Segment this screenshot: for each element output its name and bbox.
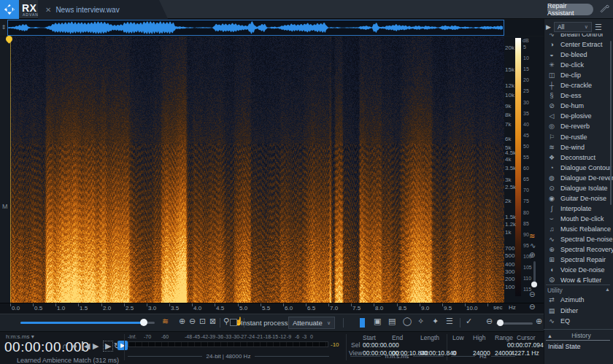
module-item-interpolate[interactable]: ∫Interpolate [547,204,612,214]
magnifier-tool-icon[interactable]: ⚲ [223,317,229,326]
level-meter[interactable] [128,341,328,347]
time-frequency-selection-tool-icon[interactable]: ▣ [374,317,381,326]
module-item-wow-flutter[interactable]: ☮Wow & Flutter [547,275,612,283]
utility-divider [546,284,610,285]
module-item-de-clip[interactable]: ◫De-clip [547,70,612,80]
module-list-scrollbar[interactable] [610,41,612,205]
waveform-view-icon[interactable]: ∿ [530,241,536,249]
h-zoom-out-icon[interactable]: ⊖ [486,317,493,326]
loop-playback-icon[interactable]: ▶ [117,341,128,350]
module-item-label: De-reverb [560,123,590,130]
repair-assistant-button[interactable]: Repair Assistant [547,4,593,15]
tab-close-icon[interactable]: ✕ [45,6,51,14]
module-item-de-plosive[interactable]: ◁De-plosive [547,111,612,121]
module-item-de-rustle[interactable]: ⚐De-rustle [547,132,612,142]
module-item-de-bleed[interactable]: ◒De-bleed [547,50,612,60]
module-item-de-hum[interactable]: ⊘De-hum [547,101,612,111]
time-tickline-7.5 [351,303,352,306]
db-tick-55: 55 [523,155,529,160]
overview-waveform[interactable] [7,20,504,36]
meter-label-0: 0 [310,334,313,339]
lasso-tool-icon[interactable]: ◯ [403,317,412,326]
module-item-de-click[interactable]: ✳De-click [547,60,612,70]
zoom-selection-icon[interactable]: ⊡ [199,317,206,326]
module-filter-select[interactable]: All ∨ [554,22,592,32]
play-selection-icon[interactable]: ▶ [103,341,113,352]
time-tickline-10.0 [465,303,466,306]
de-reverb-icon: ◎ [547,123,556,130]
zoom-in-icon[interactable]: ⊕ [179,317,185,326]
de-wind-icon: ≋ [547,144,556,151]
monitor-headphones-icon[interactable]: ∩ [62,341,68,350]
spectrogram-view-icon[interactable]: ≋ [529,232,535,240]
vertical-zoom-out-icon[interactable]: ⊖ [529,290,535,298]
module-item-breath-control[interactable]: ∿Breath Control [547,34,612,39]
go-to-start-icon[interactable]: ◀ [82,341,90,351]
module-item-de-reverb[interactable]: ◎De-reverb [547,121,612,131]
magic-wand-tool-icon[interactable]: ✦ [432,317,439,326]
history-item[interactable]: Initial State [548,343,581,350]
process-mode-dropdown[interactable]: Attenuate ∨ [288,317,335,329]
vertical-zoom-in-icon[interactable]: ⊕ [529,251,535,259]
volume-icon[interactable]: ◀) [6,3,15,12]
instant-process-checkbox[interactable] [230,319,237,326]
h-zoom-knob[interactable] [497,320,504,326]
spectrogram-canvas[interactable] [10,36,504,303]
panel-menu-icon[interactable]: ☰ [595,23,602,32]
module-item-spectral-de-noise[interactable]: ∿Spectral De-noise [547,234,612,244]
module-item-music-rebalance[interactable]: ♫Music Rebalance [547,224,612,234]
module-item-voice-de-noise[interactable]: ◖Voice De-noise [547,265,612,275]
file-tab[interactable]: ✕ News interview.wav [38,0,168,19]
volume-slider-knob[interactable] [140,319,147,326]
checkmark-tool-icon[interactable]: ✓ [466,317,472,326]
bottom-separator [346,334,347,360]
preview-play-icon[interactable]: ▶ [546,23,551,31]
module-item-dialogue-contour[interactable]: ◔Dialogue Contour [547,163,612,173]
module-item-guitar-de-noise[interactable]: ◉Guitar De-noise [547,193,612,204]
vertical-zoom-knob[interactable] [531,282,537,287]
spectrogram-settings-icon[interactable]: ≋ [162,317,169,326]
module-item-de-ess[interactable]: §De-ess [547,90,612,101]
freq-tick-4.5k: 4.5k [505,150,516,156]
frequency-unit-label: Hz [509,304,516,311]
module-item-azimuth[interactable]: ⇄Azimuth [547,295,612,305]
module-list: ∿Breath Control◑Center Extract◒De-bleed✳… [544,34,613,283]
time-tickline-4.0 [192,303,193,306]
chevron-down-icon: ∨ [327,320,331,326]
freq-tick-500: 500 [505,252,514,259]
module-item-deconstruct[interactable]: ❖Deconstruct [547,152,612,163]
history-header[interactable]: ▲ History [547,332,610,339]
module-item-spectral-recovery[interactable]: ⊕Spectral Recovery [547,244,612,255]
meter-readout: -10 [331,341,339,348]
settings-wrench-icon[interactable] [599,4,611,15]
module-item-de-wind[interactable]: ≋De-wind [547,142,612,152]
module-item-dialogue-de-reverb[interactable]: ◍Dialogue De-reverb [547,173,612,183]
module-item-label: De-rustle [560,133,587,141]
zoom-out-icon[interactable]: ⊖ [189,317,196,326]
audio-format-text: 24-bit | 48000 Hz [207,353,251,360]
time-selection-tool[interactable] [360,318,365,328]
polygon-tool-icon[interactable]: ✧ [417,317,424,326]
record-icon[interactable]: ● [72,341,77,350]
module-item-dither[interactable]: ▤Dither [547,306,612,316]
module-item-dialogue-isolate[interactable]: ⊙Dialogue Isolate [547,183,612,193]
freq-zoom-out-icon[interactable]: ⊖ [529,303,535,311]
play-icon[interactable]: ▶ [93,341,99,351]
time-tick-3.5: 3.5 [171,305,179,311]
module-item-de-crackle[interactable]: ┼De-crackle [547,80,612,90]
rx-app-window: RX ADVANCED ✕ News interview.wav Repair … [0,0,613,364]
zoom-fit-icon[interactable]: ⊠ [209,317,216,326]
module-item-center-extract[interactable]: ◑Center Extract [547,39,612,50]
brush-tool-icon[interactable]: ☰ [446,317,453,326]
time-unit-label: sec [493,304,502,311]
module-item-eq[interactable]: ∿EQ [547,316,612,326]
freq-tick-9k: 9k [505,103,511,109]
overview-expand-icon[interactable]: ⇕ [0,20,7,36]
module-item-spectral-repair[interactable]: ⊞Spectral Repair [547,255,612,265]
de-click-icon: ✳ [547,61,556,69]
freq-tick-2k: 2k [505,198,511,204]
h-zoom-in-icon[interactable]: ⊕ [536,317,542,326]
module-item-label: Dialogue De-reverb [560,174,613,182]
frequency-selection-tool-icon[interactable]: ▤ [388,317,396,326]
module-item-mouth-de-click[interactable]: ⌣Mouth De-click [547,214,612,224]
